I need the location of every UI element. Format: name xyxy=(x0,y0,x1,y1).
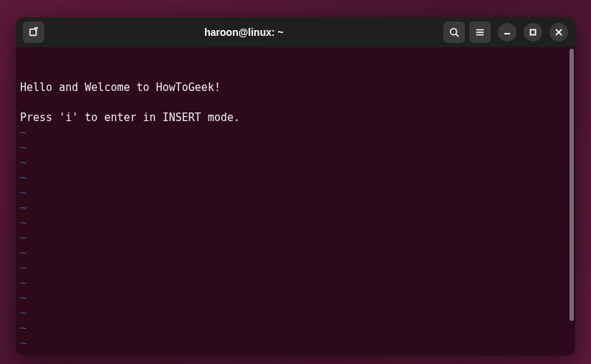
vim-tilde-line: ~ xyxy=(20,351,564,355)
terminal-content[interactable]: Hello and Welcome to HowToGeek! Press 'i… xyxy=(16,47,568,355)
editor-line: Press 'i' to enter in INSERT mode. xyxy=(20,110,564,125)
vim-tilde-line: ~ xyxy=(20,276,564,291)
maximize-icon xyxy=(529,29,537,36)
scrollbar-thumb[interactable] xyxy=(570,49,574,321)
editor-line: Hello and Welcome to HowToGeek! xyxy=(20,80,564,95)
vim-tilde-line: ~ xyxy=(20,336,564,351)
vim-tilde-line: ~ xyxy=(20,140,564,155)
close-icon xyxy=(555,29,562,36)
window-title: haroon@linux: ~ xyxy=(49,27,439,38)
vim-tilde-line: ~ xyxy=(20,125,564,140)
vim-tilde-line: ~ xyxy=(20,186,564,201)
vim-tilde-line: ~ xyxy=(20,306,564,321)
vim-tilde-line: ~ xyxy=(20,321,564,336)
svg-line-4 xyxy=(456,34,459,37)
maximize-button[interactable] xyxy=(524,23,542,42)
scrollbar[interactable] xyxy=(568,47,575,355)
vim-tilde-line: ~ xyxy=(20,231,564,246)
search-icon xyxy=(449,27,459,37)
titlebar: haroon@linux: ~ xyxy=(16,17,575,47)
terminal-body[interactable]: Hello and Welcome to HowToGeek! Press 'i… xyxy=(16,47,575,355)
titlebar-left xyxy=(23,21,44,43)
editor-line xyxy=(20,95,564,110)
terminal-window: haroon@linux: ~ xyxy=(16,17,575,355)
vim-tilde-line: ~ xyxy=(20,155,564,171)
hamburger-icon xyxy=(475,27,485,37)
svg-rect-9 xyxy=(531,30,536,35)
svg-rect-0 xyxy=(30,29,37,36)
vim-tilde-line: ~ xyxy=(20,216,564,231)
vim-tilde-line: ~ xyxy=(20,201,564,216)
minimize-button[interactable] xyxy=(498,23,516,42)
titlebar-right xyxy=(443,21,568,43)
close-button[interactable] xyxy=(549,23,568,42)
editor-lines: Hello and Welcome to HowToGeek! Press 'i… xyxy=(20,80,564,355)
vim-tilde-line: ~ xyxy=(20,291,564,306)
svg-point-3 xyxy=(451,29,457,35)
minimize-icon xyxy=(504,29,511,36)
new-tab-icon xyxy=(29,27,39,37)
search-button[interactable] xyxy=(443,21,465,43)
vim-tilde-line: ~ xyxy=(20,171,564,186)
new-tab-button[interactable] xyxy=(23,21,44,43)
vim-tilde-line: ~ xyxy=(20,246,564,261)
menu-button[interactable] xyxy=(469,21,491,43)
vim-tilde-line: ~ xyxy=(20,261,564,276)
